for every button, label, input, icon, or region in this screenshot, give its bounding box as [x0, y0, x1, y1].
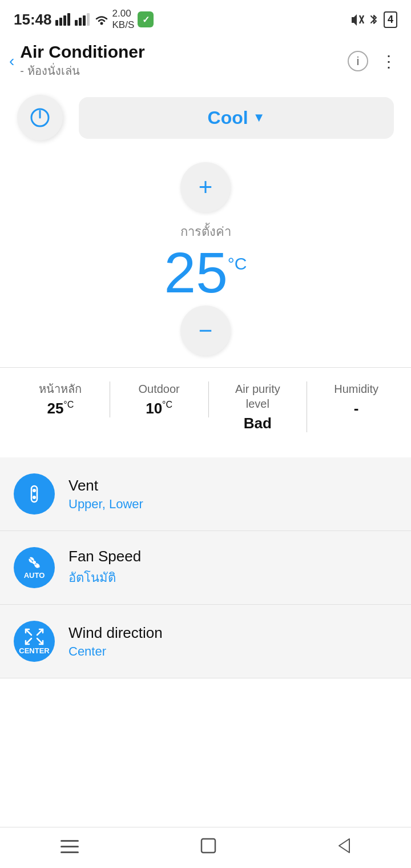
sensor-air-value: Bad — [244, 415, 272, 432]
wifi-icon — [94, 14, 109, 25]
status-left: 15:48 2.00KB/S ✓ — [14, 8, 154, 31]
svg-rect-22 — [61, 846, 79, 847]
setting-fan-text: Fan Speed อัตโนมัติ — [68, 548, 395, 588]
setting-fan-name: Fan Speed — [68, 548, 395, 565]
power-button[interactable] — [17, 95, 63, 140]
svg-rect-0 — [55, 20, 58, 26]
sensor-row: หน้าหลัก 25°C Outdoor 10°C Air puritylev… — [0, 368, 411, 446]
setting-fan-value: อัตโนมัติ — [68, 568, 395, 588]
mute-icon — [349, 13, 364, 26]
fan-icon-circle: AUTO — [14, 547, 55, 588]
home-button[interactable] — [189, 833, 228, 862]
center-label: CENTER — [19, 646, 49, 656]
increase-temp-button[interactable]: + — [180, 162, 231, 212]
sensor-humidity-value: - — [354, 400, 359, 417]
svg-rect-21 — [61, 840, 79, 842]
bottom-spacer — [0, 678, 411, 736]
signal-icon-2 — [75, 13, 91, 26]
fan-auto-label: AUTO — [24, 571, 45, 580]
svg-rect-1 — [59, 18, 62, 26]
svg-rect-5 — [79, 18, 82, 26]
mode-label: Cool — [208, 107, 248, 128]
status-bar: 15:48 2.00KB/S ✓ — [0, 0, 411, 37]
svg-point-16 — [33, 561, 36, 564]
svg-rect-6 — [83, 15, 86, 26]
header: ‹ Air Conditioner - ห้องนั่งเล่น i ⋮ — [0, 37, 411, 86]
battery-icon: 4 — [384, 11, 397, 28]
setting-wind-text: Wind direction Center — [68, 624, 395, 659]
menu-button[interactable] — [49, 834, 90, 862]
svg-line-18 — [37, 629, 43, 635]
setting-fan-speed[interactable]: AUTO Fan Speed อัตโนมัติ — [0, 531, 411, 605]
square-icon — [200, 838, 216, 854]
setting-vent[interactable]: Vent Upper, Lower — [0, 457, 411, 531]
back-button[interactable]: ‹ — [9, 52, 14, 70]
status-right: 4 — [349, 11, 397, 28]
center-icon — [23, 627, 45, 646]
svg-line-20 — [37, 638, 43, 644]
temp-display: 25 °C — [164, 244, 247, 301]
svg-rect-23 — [61, 851, 79, 853]
sensor-humidity-label: Humidity — [334, 381, 378, 396]
setting-wind-direction[interactable]: CENTER Wind direction Center — [0, 605, 411, 678]
sensor-humidity: Humidity - — [307, 381, 405, 417]
more-button[interactable]: ⋮ — [381, 52, 397, 71]
svg-rect-7 — [87, 13, 90, 26]
data-speed: 2.00KB/S — [112, 8, 135, 31]
header-right: i ⋮ — [348, 51, 397, 71]
svg-point-8 — [100, 22, 103, 25]
setting-vent-text: Vent Upper, Lower — [68, 477, 395, 512]
top-controls: Cool ▼ — [0, 86, 411, 152]
header-title-block: Air Conditioner - ห้องนั่งเล่น — [20, 42, 144, 80]
info-button[interactable]: i — [348, 51, 368, 71]
status-time: 15:48 — [14, 11, 52, 29]
plus-icon: + — [199, 175, 213, 199]
page-title: Air Conditioner — [20, 42, 144, 62]
svg-line-17 — [26, 629, 31, 635]
bluetooth-icon — [369, 13, 379, 26]
temp-value: 25 — [164, 244, 228, 301]
mode-button[interactable]: Cool ▼ — [79, 97, 394, 139]
svg-rect-4 — [75, 20, 78, 26]
bottom-nav — [0, 827, 411, 868]
temp-control: + การตั้งค่า 25 °C − — [0, 152, 411, 361]
hamburger-icon — [61, 840, 79, 854]
setting-wind-value: Center — [68, 644, 395, 659]
header-left: ‹ Air Conditioner - ห้องนั่งเล่น — [9, 42, 145, 80]
decrease-temp-button[interactable]: − — [180, 306, 231, 356]
sensor-indoor-value: 25°C — [47, 400, 74, 417]
setting-wind-name: Wind direction — [68, 624, 395, 642]
svg-line-19 — [26, 638, 31, 644]
svg-rect-2 — [63, 15, 66, 26]
sensor-indoor-label: หน้าหลัก — [39, 381, 82, 396]
sensor-indoor: หน้าหลัก 25°C — [11, 381, 110, 417]
power-icon — [27, 105, 53, 130]
page-subtitle: - ห้องนั่งเล่น — [20, 62, 144, 80]
temp-unit: °C — [228, 255, 247, 272]
sensor-air-purity: Air puritylevel Bad — [209, 381, 308, 432]
setting-vent-name: Vent — [68, 477, 395, 495]
back-triangle-icon — [338, 838, 350, 854]
svg-point-15 — [33, 496, 36, 499]
sensor-outdoor-label: Outdoor — [138, 381, 179, 396]
svg-marker-25 — [339, 839, 349, 853]
app-icon: ✓ — [138, 11, 154, 27]
signal-icon — [55, 13, 71, 26]
sensor-air-label: Air puritylevel — [235, 381, 280, 411]
setting-label-text: การตั้งค่า — [180, 222, 231, 242]
vent-icon-circle — [14, 473, 55, 515]
svg-rect-24 — [202, 839, 215, 853]
svg-rect-13 — [31, 486, 37, 502]
fan-icon — [25, 555, 43, 571]
wind-icon-circle: CENTER — [14, 621, 55, 662]
svg-rect-3 — [67, 13, 70, 26]
svg-point-14 — [33, 489, 36, 492]
minus-icon: − — [199, 319, 213, 343]
vent-icon — [23, 483, 45, 505]
settings-list: Vent Upper, Lower AUTO Fan Speed อัตโนมั… — [0, 457, 411, 678]
sensor-outdoor: Outdoor 10°C — [110, 381, 209, 417]
sensor-outdoor-value: 10°C — [146, 400, 172, 417]
back-nav-button[interactable] — [327, 833, 362, 862]
setting-vent-value: Upper, Lower — [68, 497, 395, 512]
dropdown-arrow-icon: ▼ — [253, 110, 265, 125]
